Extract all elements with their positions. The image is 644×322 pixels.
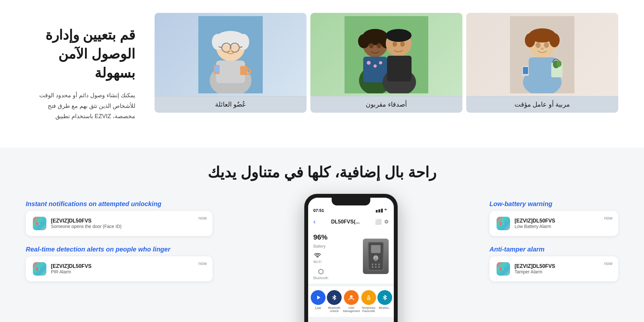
svg-rect-64 <box>371 245 381 253</box>
person-illustration-3 <box>510 16 574 93</box>
images-grid: عُضُو العائلة <box>155 13 618 113</box>
svg-point-39 <box>525 33 535 47</box>
svg-point-47 <box>556 61 562 67</box>
wifi-label: Wi-Fi <box>313 260 322 264</box>
svg-point-24 <box>377 43 381 48</box>
notif1-device: [EZVIZ]DL50FVS <box>51 218 121 224</box>
main-description: يمكنك إنشاء وصول دائم أو محدود الوقت للأ… <box>26 90 135 121</box>
notif2-content: [EZVIZ]DL50FVS PIR Alarm <box>51 263 91 274</box>
battery-row: 96% <box>313 233 328 242</box>
share-icon[interactable]: ⬜ <box>375 219 382 225</box>
notif2-icon <box>33 262 46 276</box>
bluetooth-label: Bluetooth <box>313 276 328 280</box>
action-live[interactable]: Live <box>311 290 326 313</box>
action-bluetooth-unlock[interactable]: BluetoothUnlock <box>327 290 342 313</box>
bluetooth2-icon[interactable] <box>377 290 392 305</box>
svg-point-74 <box>350 295 353 298</box>
notif2-device: [EZVIZ]DL50FVS <box>51 263 91 269</box>
wifi-icon <box>314 252 321 259</box>
svg-rect-58 <box>381 209 383 213</box>
svg-rect-34 <box>387 56 412 81</box>
bluetooth-unlock-label: BluetoothUnlock <box>328 306 340 313</box>
phone-back-arrow[interactable]: ‹ <box>313 218 316 226</box>
friends-caption: أصدقاء مقربون <box>310 96 462 113</box>
notif2-card: [EZVIZ]DL50FVS PIR Alarm now <box>26 256 213 281</box>
image-card-nanny: مربية أو عامل مؤقت <box>466 13 618 113</box>
svg-rect-66 <box>375 258 377 261</box>
notif1-icon <box>33 217 46 230</box>
svg-point-70 <box>372 266 374 268</box>
bluetooth-icon: ⬡ <box>318 268 324 275</box>
main-heading: قم بتعيين وإدارة الوصول الآمن بسهولة <box>26 26 135 82</box>
svg-point-31 <box>386 29 412 42</box>
notif3-card: [EZVIZ]DL50FVS Low Battery Alarm now <box>489 211 618 236</box>
svg-rect-60 <box>385 210 386 210</box>
notif4-time: now <box>604 261 612 266</box>
svg-point-69 <box>378 264 380 265</box>
wifi-conn: Wi-Fi <box>313 252 322 264</box>
notif2-message: PIR Alarm <box>51 269 91 274</box>
person-illustration-1 <box>198 16 263 93</box>
svg-point-79 <box>504 222 507 225</box>
phone-frame: 07:51 ‹ <box>304 194 398 322</box>
notif4-label: Anti-tamper alarm <box>489 246 618 253</box>
settings-icon[interactable]: ⚙ <box>384 219 389 225</box>
live-icon[interactable] <box>311 290 326 305</box>
center-phone: 07:51 ‹ <box>296 194 406 322</box>
image-card-family: عُضُو العائلة <box>155 13 307 113</box>
notif4-device: [EZVIZ]DL50FVS <box>515 263 555 269</box>
bottom-section: راحة بال إضافية، كلها في متناول يديك Ins… <box>0 147 644 322</box>
svg-point-11 <box>229 49 232 52</box>
notif2-label: Real-time detection alerts on people who… <box>26 246 213 253</box>
phone-app-header: ‹ DL50FVS(... ⬜ ⚙ <box>308 214 394 229</box>
temp-passcode-icon[interactable] <box>361 290 376 305</box>
svg-point-26 <box>367 61 371 65</box>
svg-point-43 <box>541 47 544 50</box>
notif2-group: Real-time detection alerts on people who… <box>26 246 213 281</box>
battery-label: Battery <box>313 244 328 249</box>
notif1-group: Instant notifications on attempted unloc… <box>26 200 213 236</box>
svg-point-27 <box>374 64 377 68</box>
bluetooth2-label: Bluetoo.. <box>379 306 391 310</box>
person-illustration-2 <box>345 16 428 93</box>
action-temp-passcode[interactable]: TemporaryPasscode <box>361 290 376 313</box>
section-title: راحة بال إضافية، كلها في متناول يديك <box>26 164 618 181</box>
phone-header-icons: ⬜ ⚙ <box>375 219 389 225</box>
user-mgmt-label: UserManagement <box>343 306 360 313</box>
notif4-card: [EZVIZ]DL50FVS Tamper Alarm now <box>489 256 618 281</box>
svg-point-41 <box>535 42 541 48</box>
svg-rect-57 <box>378 209 380 213</box>
action-user-mgmt[interactable]: UserManagement <box>343 290 360 313</box>
svg-point-71 <box>375 266 377 268</box>
phone-signal <box>376 208 389 213</box>
notif3-device: [EZVIZ]DL50FVS <box>515 218 555 224</box>
notif1-time: now <box>198 215 207 221</box>
action-bluetooth2[interactable]: Bluetoo.. <box>377 290 392 313</box>
svg-point-76 <box>368 298 369 299</box>
user-mgmt-icon[interactable] <box>344 290 359 305</box>
notif1-label: Instant notifications on attempted unloc… <box>26 200 213 208</box>
notif3-content: [EZVIZ]DL50FVS Low Battery Alarm <box>515 218 555 229</box>
notif1-card: [EZVIZ]DL50FVS Someone opens the door (F… <box>26 211 213 236</box>
svg-point-52 <box>40 222 43 225</box>
phone-screen: 07:51 ‹ <box>308 198 394 322</box>
temp-passcode-label: TemporaryPasscode <box>362 306 375 313</box>
notif1-content: [EZVIZ]DL50FVS Someone opens the door (F… <box>51 218 121 229</box>
notif3-time: now <box>604 215 612 221</box>
lock-device-image <box>363 239 389 274</box>
bluetooth-unlock-icon[interactable] <box>327 290 342 305</box>
top-section: قم بتعيين وإدارة الوصول الآمن بسهولة يمك… <box>0 0 644 147</box>
svg-point-82 <box>504 267 507 270</box>
family-caption: عُضُو العائلة <box>155 96 307 113</box>
svg-rect-49 <box>523 67 528 74</box>
notif1-message: Someone opens the door (Face ID) <box>51 224 121 229</box>
svg-rect-56 <box>376 210 378 213</box>
svg-point-42 <box>544 42 549 48</box>
features-layout: Instant notifications on attempted unloc… <box>26 200 618 322</box>
svg-rect-15 <box>214 66 219 72</box>
notif4-content: [EZVIZ]DL50FVS Tamper Alarm <box>515 263 555 274</box>
svg-point-61 <box>317 257 318 258</box>
svg-point-40 <box>549 33 560 47</box>
notif2-time: now <box>198 261 207 266</box>
live-label: Live <box>315 306 321 310</box>
